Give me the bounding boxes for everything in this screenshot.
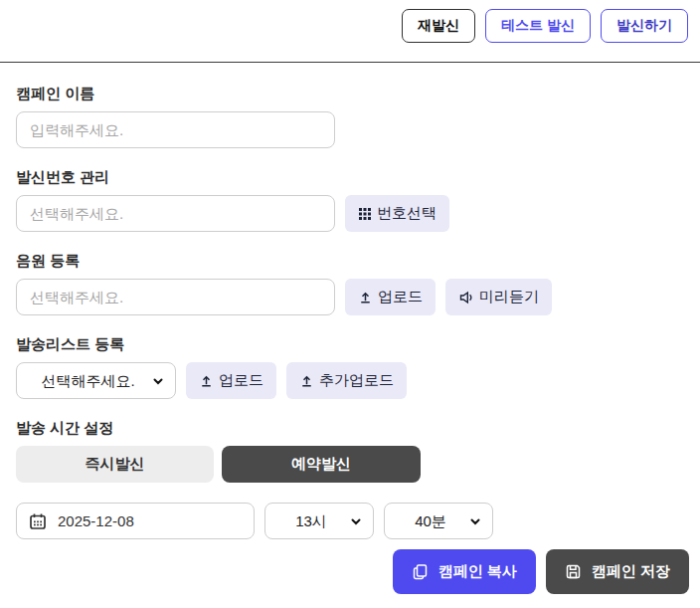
resend-button[interactable]: 재발신 xyxy=(402,9,475,43)
date-input[interactable] xyxy=(58,512,242,529)
copy-icon xyxy=(412,563,429,580)
calendar-icon[interactable] xyxy=(29,512,47,530)
sender-number-section: 발신번호 관리 번호선택 xyxy=(16,168,684,232)
schedule-row: 13시 40분 xyxy=(16,503,684,539)
test-send-button[interactable]: 테스트 발신 xyxy=(485,9,591,43)
campaign-name-label: 캠페인 이름 xyxy=(16,85,684,101)
upload-icon xyxy=(199,373,214,388)
save-icon xyxy=(565,563,582,580)
sound-upload-button[interactable]: 업로드 xyxy=(345,279,436,315)
send-button[interactable]: 발신하기 xyxy=(601,9,688,43)
list-upload-button[interactable]: 업로드 xyxy=(186,362,276,399)
list-extra-upload-label: 추가업로드 xyxy=(319,371,394,390)
send-list-section: 발송리스트 등록 선택해주세요. 업로드 xyxy=(16,335,684,399)
list-extra-upload-button[interactable]: 추가업로드 xyxy=(286,362,407,399)
sender-number-label: 발신번호 관리 xyxy=(16,168,684,185)
minute-select[interactable]: 40분 xyxy=(384,503,493,539)
sound-preview-button[interactable]: 미리듣기 xyxy=(445,279,552,315)
campaign-copy-button[interactable]: 캠페인 복사 xyxy=(393,549,536,594)
sound-preview-label: 미리듣기 xyxy=(479,288,539,306)
campaign-save-button[interactable]: 캠페인 저장 xyxy=(546,549,689,594)
sound-label: 음원 등록 xyxy=(16,252,684,269)
send-list-select[interactable]: 선택해주세요. xyxy=(16,362,176,399)
hour-select[interactable]: 13시 xyxy=(264,503,374,539)
scheduled-send-toggle[interactable]: 예약발신 xyxy=(222,446,421,483)
list-upload-label: 업로드 xyxy=(219,371,263,390)
sound-upload-label: 업로드 xyxy=(378,288,423,306)
send-time-label: 발송 시간 설정 xyxy=(16,419,684,436)
campaign-save-label: 캠페인 저장 xyxy=(592,562,670,581)
date-picker[interactable] xyxy=(16,503,255,539)
campaign-name-section: 캠페인 이름 xyxy=(16,85,684,148)
campaign-name-input[interactable] xyxy=(16,111,335,148)
send-time-section: 발송 시간 설정 즉시발신 예약발신 xyxy=(16,419,684,483)
send-list-label: 발송리스트 등록 xyxy=(16,335,684,352)
number-select-button[interactable]: 번호선택 xyxy=(345,195,449,232)
number-select-label: 번호선택 xyxy=(377,204,437,223)
sender-number-input[interactable] xyxy=(16,195,335,232)
footer-actions: 캠페인 복사 캠페인 저장 xyxy=(0,549,689,594)
header-actions: 재발신 테스트 발신 발신하기 xyxy=(0,0,700,63)
sound-input[interactable] xyxy=(16,279,335,315)
upload-icon xyxy=(299,373,314,388)
speaker-icon xyxy=(458,290,474,305)
immediate-send-toggle[interactable]: 즉시발신 xyxy=(16,446,214,483)
upload-icon xyxy=(358,290,373,304)
sound-section: 음원 등록 업로드 미리듣기 xyxy=(16,252,684,315)
campaign-copy-label: 캠페인 복사 xyxy=(438,562,517,581)
dialpad-icon xyxy=(358,207,372,221)
